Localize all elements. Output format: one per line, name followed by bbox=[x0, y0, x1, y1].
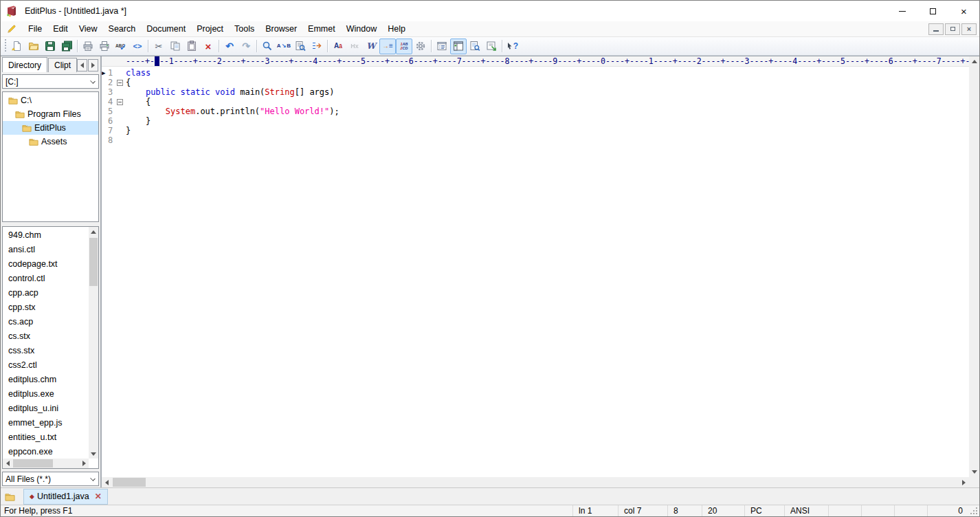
tab-close-icon[interactable]: ✕ bbox=[95, 492, 102, 501]
goto-line-button[interactable] bbox=[309, 38, 325, 54]
scroll-left-button[interactable] bbox=[102, 477, 112, 487]
cut-button[interactable]: ✂ bbox=[151, 38, 167, 54]
file-item-editplus-chm[interactable]: editplus.chm bbox=[3, 373, 89, 387]
file-item-codepage-txt[interactable]: codepage.txt bbox=[3, 257, 89, 272]
file-item-css2-ctl[interactable]: css2.ctl bbox=[3, 358, 89, 373]
code-line[interactable]: 3 public static void main(String[] args) bbox=[102, 87, 969, 97]
cliptext-window-button[interactable] bbox=[434, 38, 450, 54]
open-new-window-button[interactable] bbox=[483, 38, 500, 54]
find-button[interactable] bbox=[259, 38, 276, 54]
html-tags-button[interactable]: <> bbox=[129, 38, 146, 54]
maximize-button[interactable] bbox=[917, 1, 948, 21]
word-wrap-button[interactable]: W bbox=[363, 38, 379, 54]
hex-viewer-button[interactable]: Hx bbox=[346, 38, 363, 54]
paste-button[interactable] bbox=[183, 38, 200, 54]
mdi-close-button[interactable]: × bbox=[961, 23, 977, 35]
tree-item-editplus[interactable]: EditPlus bbox=[3, 121, 98, 135]
fold-collapse-icon[interactable] bbox=[117, 99, 123, 105]
scroll-right-button[interactable] bbox=[959, 477, 969, 487]
open-file-button[interactable] bbox=[25, 38, 42, 54]
menu-project[interactable]: Project bbox=[191, 22, 229, 36]
minimize-button[interactable] bbox=[887, 1, 917, 21]
scroll-up-button[interactable] bbox=[969, 56, 979, 67]
menu-view[interactable]: View bbox=[74, 22, 103, 36]
menu-search[interactable]: Search bbox=[103, 22, 142, 36]
file-item-cpp-stx[interactable]: cpp.stx bbox=[3, 300, 89, 315]
menu-window[interactable]: Window bbox=[341, 22, 382, 36]
hscroll-thumb[interactable] bbox=[13, 459, 53, 468]
mdi-restore-button[interactable] bbox=[945, 23, 960, 35]
code-line[interactable]: 4 { bbox=[102, 97, 969, 107]
replace-button[interactable]: A↘B bbox=[276, 38, 292, 54]
scroll-down-button[interactable] bbox=[969, 467, 979, 477]
close-button[interactable]: × bbox=[948, 1, 979, 21]
tab-scroll-right-button[interactable] bbox=[88, 59, 98, 72]
tree-item-program-files[interactable]: Program Files bbox=[3, 107, 98, 121]
file-item-949-chm[interactable]: 949.chm bbox=[3, 228, 89, 243]
menu-file[interactable]: File bbox=[23, 22, 47, 36]
menu-edit[interactable]: Edit bbox=[47, 22, 74, 36]
file-item-css-stx[interactable]: css.stx bbox=[3, 344, 89, 358]
view-in-browser-button[interactable] bbox=[467, 38, 483, 54]
scroll-right-button[interactable] bbox=[79, 459, 89, 468]
vscroll-thumb[interactable] bbox=[89, 238, 98, 286]
mdi-minimize-button[interactable] bbox=[928, 23, 944, 35]
code-line[interactable]: 7} bbox=[102, 126, 969, 135]
menu-document[interactable]: Document bbox=[141, 22, 191, 36]
editor-hscrollbar[interactable] bbox=[102, 477, 969, 487]
tab-scroll-left-button[interactable] bbox=[77, 59, 87, 72]
file-item-cs-stx[interactable]: cs.stx bbox=[3, 329, 89, 344]
file-item-editplus-u-ini[interactable]: editplus_u.ini bbox=[3, 402, 89, 416]
directory-window-button[interactable] bbox=[450, 38, 467, 54]
code-line[interactable]: 2{ bbox=[102, 78, 969, 87]
file-item-cpp-acp[interactable]: cpp.acp bbox=[3, 286, 89, 300]
find-in-files-button[interactable] bbox=[292, 38, 309, 54]
doc-tab-untitled1[interactable]: ◆ Untitled1.java ✕ bbox=[23, 489, 108, 505]
file-item-entities-u-txt[interactable]: entities_u.txt bbox=[3, 430, 89, 445]
file-item-emmet-epp-js[interactable]: emmet_epp.js bbox=[3, 416, 89, 430]
new-document-button[interactable] bbox=[9, 38, 25, 54]
scroll-left-button[interactable] bbox=[3, 459, 12, 468]
copy-button[interactable] bbox=[167, 38, 183, 54]
change-case-button[interactable]: Aā bbox=[330, 38, 346, 54]
undo-button[interactable]: ↶ bbox=[221, 38, 238, 54]
file-item-ansi-ctl[interactable]: ansi.ctl bbox=[3, 243, 89, 257]
show-whitespace-button[interactable]: →≡ bbox=[379, 38, 396, 54]
context-help-button[interactable]: ? bbox=[504, 38, 521, 54]
print-preview-button[interactable] bbox=[80, 38, 96, 54]
scroll-up-button[interactable] bbox=[89, 227, 98, 236]
drive-select[interactable]: [C:] bbox=[2, 74, 99, 89]
code-line[interactable]: 6 } bbox=[102, 116, 969, 126]
folder-icon[interactable] bbox=[5, 492, 15, 501]
save-all-button[interactable] bbox=[58, 38, 75, 54]
save-button[interactable] bbox=[42, 38, 58, 54]
file-item-cs-acp[interactable]: cs.acp bbox=[3, 315, 89, 329]
code-line[interactable]: ▶1class bbox=[102, 68, 969, 78]
menu-help[interactable]: Help bbox=[382, 22, 411, 36]
resize-grip[interactable] bbox=[970, 505, 979, 516]
print-button[interactable] bbox=[96, 38, 113, 54]
delete-button[interactable]: × bbox=[200, 38, 216, 54]
file-list-hscrollbar[interactable] bbox=[3, 459, 89, 468]
line-numbers-button[interactable]: 1AB 2CD bbox=[396, 38, 412, 54]
tree-item-assets[interactable]: Assets bbox=[3, 135, 98, 148]
menu-tools[interactable]: Tools bbox=[229, 22, 260, 36]
editor-vscrollbar[interactable] bbox=[969, 56, 979, 487]
code-area[interactable]: ▶1class2{3 public static void main(Strin… bbox=[102, 67, 969, 477]
code-line[interactable]: 5 System.out.println("Hello World!"); bbox=[102, 107, 969, 116]
scroll-down-button[interactable] bbox=[89, 449, 98, 459]
toolbar-grip[interactable] bbox=[3, 39, 8, 53]
spell-check-button[interactable]: ABC✓ bbox=[113, 38, 129, 54]
file-list-vscrollbar[interactable] bbox=[89, 227, 98, 459]
file-item-editplus-exe[interactable]: editplus.exe bbox=[3, 387, 89, 402]
menu-browser[interactable]: Browser bbox=[260, 22, 302, 36]
preferences-button[interactable] bbox=[412, 38, 429, 54]
file-item-control-ctl[interactable]: control.ctl bbox=[3, 272, 89, 286]
tree-item-c[interactable]: C:\ bbox=[3, 94, 98, 107]
file-filter-select[interactable]: All Files (*.*) bbox=[2, 472, 99, 486]
editor-ruler[interactable]: ----+----1----+----2----+----3----+----4… bbox=[102, 56, 969, 67]
menu-emmet[interactable]: Emmet bbox=[302, 22, 341, 36]
code-line[interactable]: 8 bbox=[102, 135, 969, 145]
redo-button[interactable]: ↷ bbox=[238, 38, 254, 54]
vscroll-track[interactable] bbox=[969, 67, 979, 467]
